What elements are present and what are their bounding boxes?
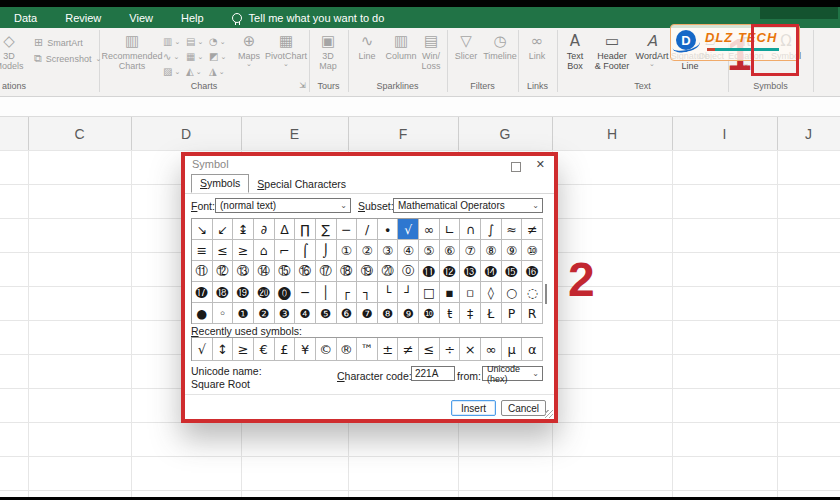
column-header-E[interactable]: E xyxy=(241,117,349,150)
chart-type-icon[interactable]: ▥⌄ xyxy=(163,34,186,49)
recent-symbol-cell[interactable]: ≤ xyxy=(419,338,440,361)
chart-type-icon[interactable]: ∿⌄ xyxy=(163,49,186,64)
symbol-cell[interactable]: ∙ xyxy=(378,219,399,240)
recent-symbol-cell[interactable]: © xyxy=(316,338,337,361)
sparkline-line-button[interactable]: ∿ Line xyxy=(352,32,382,61)
header-footer-button[interactable]: ▭ Header & Footer xyxy=(593,32,631,71)
formula-bar-strip[interactable] xyxy=(0,97,840,117)
subset-dropdown[interactable]: Mathematical Operators ⌄ xyxy=(393,198,543,213)
symbol-cell[interactable]: □ xyxy=(419,282,440,303)
chart-type-icon[interactable]: ◔⌄ xyxy=(209,34,232,49)
symbol-cell[interactable]: ↙ xyxy=(213,219,234,240)
symbol-cell[interactable]: ① xyxy=(337,240,358,261)
column-header-J[interactable]: J xyxy=(777,117,840,150)
cancel-button[interactable]: Cancel xyxy=(501,400,546,416)
symbol-cell[interactable]: ❾ xyxy=(398,303,419,324)
recent-symbol-cell[interactable]: µ xyxy=(502,338,523,361)
symbol-cell[interactable]: ◌ xyxy=(522,282,543,303)
symbol-cell[interactable]: ↘ xyxy=(192,219,213,240)
symbol-cell[interactable]: ③ xyxy=(378,240,399,261)
symbol-cell[interactable]: ⓫ xyxy=(419,261,440,282)
symbol-cell[interactable]: P xyxy=(502,303,523,324)
symbol-cell[interactable]: R xyxy=(522,303,543,324)
symbol-cell[interactable]: ⑲ xyxy=(357,261,378,282)
symbol-cell[interactable]: ⑤ xyxy=(419,240,440,261)
ribbon-tab-review[interactable]: Review xyxy=(51,12,115,24)
recent-symbol-cell[interactable]: ¥ xyxy=(295,338,316,361)
column-header-G[interactable]: G xyxy=(458,117,553,150)
symbol-cell[interactable]: ↨ xyxy=(233,219,254,240)
symbol-cell[interactable]: ⑩ xyxy=(522,240,543,261)
column-header-C[interactable]: C xyxy=(28,117,132,150)
smartart-button[interactable]: ⊞ SmartArt xyxy=(34,36,83,49)
symbol-cell[interactable]: ② xyxy=(357,240,378,261)
symbol-cell[interactable]: ⓮ xyxy=(481,261,502,282)
charts-dialog-launcher[interactable]: ⇲ xyxy=(299,81,306,90)
recent-symbol-cell[interactable]: ÷ xyxy=(440,338,461,361)
symbol-cell[interactable]: ❹ xyxy=(295,303,316,324)
symbol-cell[interactable]: ⌠ xyxy=(295,240,316,261)
chart-type-icon[interactable]: ▦⌄ xyxy=(186,49,209,64)
ribbon-tab-data[interactable]: Data xyxy=(0,12,51,24)
symbol-cell[interactable]: ∑ xyxy=(316,219,337,240)
3d-map-button[interactable]: ▣ 3D Map xyxy=(312,32,344,71)
symbol-cell[interactable]: ⓿ xyxy=(275,282,296,303)
symbol-cell[interactable]: ∫ xyxy=(481,219,502,240)
pivotchart-button[interactable]: ▦ PivotChart ⌄ xyxy=(265,32,307,67)
column-header-H[interactable]: H xyxy=(552,117,673,150)
resize-grip[interactable] xyxy=(545,410,553,418)
from-dropdown[interactable]: Unicode (hex) ⌄ xyxy=(482,366,543,381)
symbol-cell[interactable]: ⓰ xyxy=(522,261,543,282)
sparkline-winloss-button[interactable]: ▤ Win/ Loss xyxy=(418,32,444,71)
symbol-cell[interactable]: ∞ xyxy=(419,219,440,240)
symbol-cell[interactable]: ❷ xyxy=(254,303,275,324)
symbol-cell[interactable]: │ xyxy=(316,282,337,303)
text-box-button[interactable]: A Text Box xyxy=(561,32,589,71)
symbol-cell[interactable]: ⑫ xyxy=(213,261,234,282)
symbol-cell[interactable]: ⑥ xyxy=(440,240,461,261)
symbol-cell[interactable]: ◦ xyxy=(213,303,234,324)
restore-icon[interactable] xyxy=(511,162,521,172)
slicer-button[interactable]: ▽ Slicer xyxy=(449,32,483,61)
symbol-cell[interactable]: ┌ xyxy=(337,282,358,303)
symbol-cell[interactable]: ⑮ xyxy=(275,261,296,282)
symbol-cell[interactable]: ❶ xyxy=(233,303,254,324)
recommended-charts-button[interactable]: ▥ Recommended Charts xyxy=(103,32,161,71)
column-header-D[interactable]: D xyxy=(131,117,242,150)
symbol-cell[interactable]: ● xyxy=(192,303,213,324)
chart-type-icon[interactable]: ▨⌄ xyxy=(163,64,186,79)
symbol-cell[interactable]: ŧ xyxy=(440,303,461,324)
symbol-cell[interactable]: ○ xyxy=(502,282,523,303)
chart-type-icon[interactable]: ◭⌄ xyxy=(186,64,209,79)
symbol-cell[interactable]: ∂ xyxy=(254,219,275,240)
symbol-cell[interactable]: └ xyxy=(378,282,399,303)
font-dropdown[interactable]: (normal text) ⌄ xyxy=(215,198,351,213)
symbol-cell[interactable]: ⓭ xyxy=(460,261,481,282)
recent-symbol-cell[interactable]: £ xyxy=(275,338,296,361)
symbol-cell[interactable]: ❸ xyxy=(275,303,296,324)
recent-symbol-cell[interactable]: ≥ xyxy=(233,338,254,361)
symbol-cell[interactable]: ⓴ xyxy=(254,282,275,303)
recent-symbol-cell[interactable]: × xyxy=(460,338,481,361)
symbol-cell[interactable]: ⓱ xyxy=(192,282,213,303)
symbol-cell[interactable]: ≤ xyxy=(213,240,234,261)
symbol-cell[interactable]: ❺ xyxy=(316,303,337,324)
recent-symbol-cell[interactable]: ∞ xyxy=(481,338,502,361)
symbol-cell[interactable]: ≥ xyxy=(233,240,254,261)
recent-symbol-cell[interactable]: ± xyxy=(378,338,399,361)
column-header-I[interactable]: I xyxy=(672,117,778,150)
symbol-cell[interactable]: ≈ xyxy=(502,219,523,240)
column-header-F[interactable]: F xyxy=(348,117,459,150)
symbol-cell[interactable]: ④ xyxy=(398,240,419,261)
symbol-cell[interactable]: ⑱ xyxy=(337,261,358,282)
symbol-cell[interactable]: ❻ xyxy=(337,303,358,324)
symbol-cell[interactable]: ⌂ xyxy=(254,240,275,261)
symbol-cell[interactable]: ⑧ xyxy=(481,240,502,261)
chart-type-icon[interactable]: ◩⌄ xyxy=(209,49,232,64)
symbol-cell[interactable]: ❿ xyxy=(419,303,440,324)
symbol-cell[interactable]: ⑰ xyxy=(316,261,337,282)
recent-symbol-cell[interactable]: ™ xyxy=(357,338,378,361)
symbol-cell[interactable]: ┘ xyxy=(398,282,419,303)
symbol-cell[interactable]: Ł xyxy=(481,303,502,324)
ribbon-tab-help[interactable]: Help xyxy=(167,12,218,24)
